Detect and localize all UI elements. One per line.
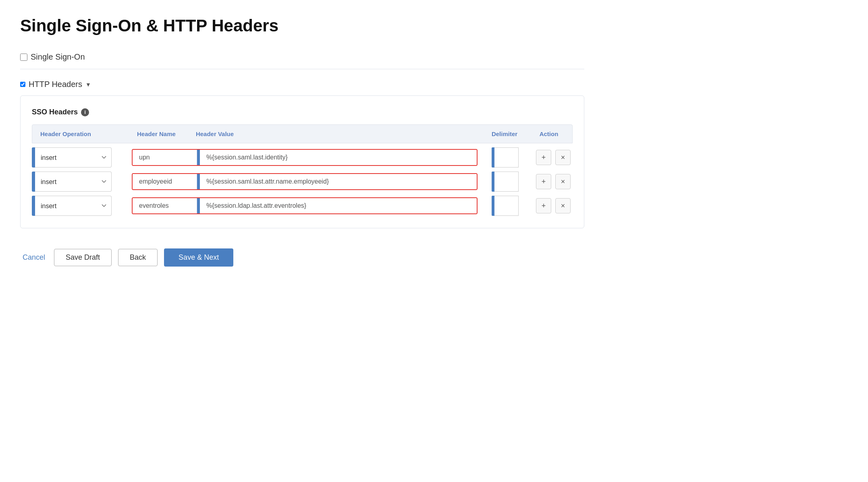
action-col-1: + × xyxy=(532,150,573,165)
delimiter-blue-bar-icon xyxy=(492,147,494,168)
col-header-action: Action xyxy=(529,129,569,139)
back-button[interactable]: Back xyxy=(118,249,158,266)
delimiter-blue-bar-icon xyxy=(492,172,494,192)
delimiter-input-2[interactable] xyxy=(494,172,519,192)
operation-col-1: insert replace delete remove xyxy=(32,147,129,168)
add-row-button-3[interactable]: + xyxy=(536,198,551,213)
sso-section-row: Single Sign-On xyxy=(20,45,584,69)
nameval-col-3 xyxy=(132,197,478,214)
remove-row-button-2[interactable]: × xyxy=(555,174,571,189)
header-name-input-2[interactable] xyxy=(133,174,197,189)
sso-label[interactable]: Single Sign-On xyxy=(20,52,85,62)
blue-divider-icon xyxy=(197,150,200,165)
add-row-button-1[interactable]: + xyxy=(536,150,551,165)
blue-bar-icon xyxy=(32,196,35,216)
table-row: insert replace delete remove xyxy=(32,172,573,192)
sso-label-text: Single Sign-On xyxy=(31,52,85,62)
remove-row-button-1[interactable]: × xyxy=(555,150,571,165)
blue-divider-icon xyxy=(197,198,200,213)
name-value-wrapper-3 xyxy=(132,197,478,214)
save-next-button[interactable]: Save & Next xyxy=(164,248,233,267)
cancel-button[interactable]: Cancel xyxy=(20,249,48,266)
blue-bar-icon xyxy=(32,172,35,192)
operation-select-3[interactable]: insert replace delete remove xyxy=(35,196,112,216)
http-headers-section: HTTP Headers ▼ SSO Headers i Header Oper… xyxy=(20,72,584,228)
delimiter-input-1[interactable] xyxy=(494,147,519,168)
delimiter-wrapper-3 xyxy=(492,196,519,216)
header-name-input-3[interactable] xyxy=(133,198,197,213)
col-header-name-value: Header Name Header Value xyxy=(132,129,480,139)
col-header-value: Header Value xyxy=(196,130,234,137)
nameval-col-1 xyxy=(132,149,478,166)
table-header: Header Operation Header Name Header Valu… xyxy=(32,124,573,143)
header-name-input-1[interactable] xyxy=(133,150,197,165)
delimiter-blue-bar-icon xyxy=(492,196,494,216)
sso-headers-title-text: SSO Headers xyxy=(32,108,78,116)
operation-select-2[interactable]: insert replace delete remove xyxy=(35,172,112,192)
delimiter-wrapper-1 xyxy=(492,147,519,168)
blue-divider-icon xyxy=(197,174,200,189)
info-icon[interactable]: i xyxy=(81,108,89,116)
table-row: insert replace delete remove xyxy=(32,147,573,168)
header-value-input-3[interactable] xyxy=(200,198,477,213)
name-value-wrapper-1 xyxy=(132,149,478,166)
sso-headers-container: SSO Headers i Header Operation Header Na… xyxy=(20,95,584,228)
nameval-col-2 xyxy=(132,173,478,190)
table-row: insert replace delete remove xyxy=(32,196,573,216)
header-value-input-2[interactable] xyxy=(200,174,477,189)
sso-headers-title: SSO Headers i xyxy=(32,108,573,116)
http-headers-checkbox[interactable] xyxy=(20,82,25,87)
footer-buttons: Cancel Save Draft Back Save & Next xyxy=(20,248,584,267)
remove-row-button-3[interactable]: × xyxy=(555,198,571,213)
delimiter-col-1 xyxy=(481,147,529,168)
action-col-2: + × xyxy=(532,174,573,189)
sso-checkbox[interactable] xyxy=(20,54,27,61)
operation-col-3: insert replace delete remove xyxy=(32,196,129,216)
http-headers-row: HTTP Headers ▼ xyxy=(20,72,584,93)
delimiter-col-3 xyxy=(481,196,529,216)
blue-bar-icon xyxy=(32,147,35,168)
operation-col-2: insert replace delete remove xyxy=(32,172,129,192)
col-header-operation: Header Operation xyxy=(35,129,132,139)
col-header-delimiter: Delimiter xyxy=(480,129,529,139)
action-col-3: + × xyxy=(532,198,573,213)
col-header-name: Header Name xyxy=(137,130,176,137)
delimiter-col-2 xyxy=(481,172,529,192)
delimiter-wrapper-2 xyxy=(492,172,519,192)
save-draft-button[interactable]: Save Draft xyxy=(54,249,112,266)
operation-select-1[interactable]: insert replace delete remove xyxy=(35,147,112,168)
operation-wrapper-1: insert replace delete remove xyxy=(32,147,129,168)
page-title: Single Sign-On & HTTP Headers xyxy=(20,16,584,35)
operation-wrapper-3: insert replace delete remove xyxy=(32,196,129,216)
name-value-wrapper-2 xyxy=(132,173,478,190)
delimiter-input-3[interactable] xyxy=(494,196,519,216)
chevron-down-icon: ▼ xyxy=(85,81,91,88)
header-value-input-1[interactable] xyxy=(200,150,477,165)
http-headers-label-text: HTTP Headers xyxy=(29,80,82,89)
add-row-button-2[interactable]: + xyxy=(536,174,551,189)
operation-wrapper-2: insert replace delete remove xyxy=(32,172,129,192)
http-headers-label[interactable]: HTTP Headers ▼ xyxy=(20,80,91,89)
